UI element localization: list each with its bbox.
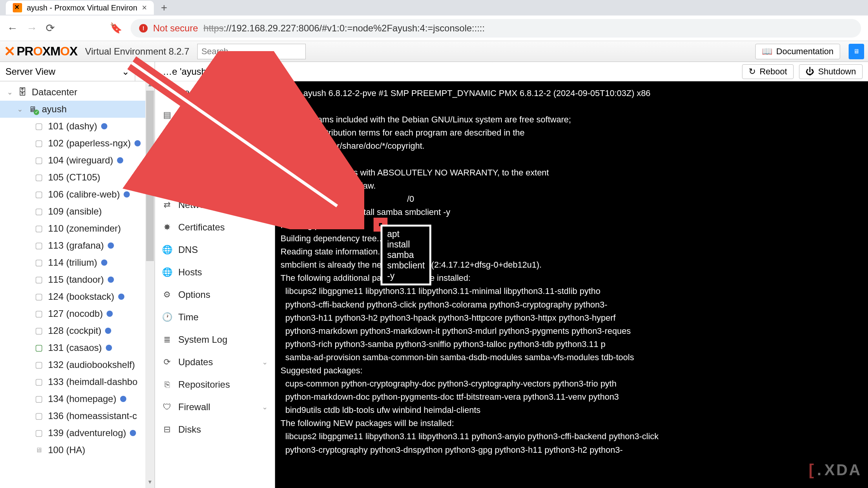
tree-item[interactable]: 128 (cockpit)	[0, 322, 155, 339]
documentation-button[interactable]: 📖 Documentation	[755, 44, 840, 59]
node-toolbar: ↻ Reboot ⏻ Shutdown	[275, 62, 868, 81]
menu-item-summary[interactable]: ▤ Summary	[155, 104, 275, 126]
menu-item-disks[interactable]: ⊟ Disks	[155, 418, 275, 441]
tree-item[interactable]: 110 (zoneminder)	[0, 220, 155, 237]
book-icon: 📖	[762, 46, 772, 57]
highlighted-command: apt install samba smbclient -y	[387, 229, 425, 281]
content-panel: ↻ Reboot ⏻ Shutdown Linux ayush 6.8.12-2…	[275, 62, 868, 488]
tree-label: 110 (zoneminder)	[48, 223, 121, 234]
collapse-icon[interactable]: ⌄	[17, 105, 23, 113]
menu-icon: 🌐	[162, 245, 172, 255]
tab-close-icon[interactable]: ×	[142, 3, 147, 13]
tree-scrollbar[interactable]: ▲ ▼	[145, 81, 155, 488]
scroll-up-icon[interactable]: ▲	[145, 81, 155, 91]
tree-item[interactable]: 139 (adventurelog)	[0, 424, 155, 442]
menu-item-hosts[interactable]: 🌐 Hosts	[155, 261, 275, 284]
menu-item-system[interactable]: ⚙ System ⌄	[155, 171, 275, 194]
menu-item-dns[interactable]: 🌐 DNS	[155, 239, 275, 261]
view-selector[interactable]: Server View ⌄	[0, 62, 135, 81]
node-menu-panel: …e 'ayush' 🔍 Search ▤ Summary ▭ Notes >_…	[155, 62, 275, 488]
logo-mark-icon: ✕	[4, 43, 15, 60]
tree-item[interactable]: 101 (dashy)	[0, 118, 155, 135]
tree-item[interactable]: 134 (homepage)	[0, 390, 155, 407]
status-dot-icon	[105, 328, 111, 334]
tree-item[interactable]: 132 (audiobookshelf)	[0, 356, 155, 373]
browser-tab[interactable]: ayush - Proxmox Virtual Environ ×	[6, 1, 154, 15]
menu-item-notes[interactable]: ▭ Notes	[155, 126, 275, 149]
menu-item-repositories[interactable]: ⎘ Repositories	[155, 373, 275, 396]
reboot-button[interactable]: ↻ Reboot	[742, 64, 794, 79]
back-button[interactable]: ←	[7, 22, 18, 34]
monitor-icon: 🖥	[853, 48, 859, 55]
tree-datacenter[interactable]: ⌄ Datacenter	[0, 84, 155, 101]
tree-label: 100 (HA)	[48, 445, 85, 455]
tree-item[interactable]: 109 (ansible)	[0, 203, 155, 220]
url-scheme: https	[203, 23, 224, 33]
url-bar[interactable]: ! Not secure https://192.168.29.227:8006…	[131, 19, 861, 38]
tree-label: 131 (casaos)	[48, 342, 102, 353]
tree-label: 115 (tandoor)	[48, 274, 104, 285]
search-input[interactable]	[197, 44, 306, 59]
shell-terminal[interactable]: Linux ayush 6.8.12-2-pve #1 SMP PREEMPT_…	[275, 81, 868, 488]
status-dot-icon	[106, 345, 112, 351]
tree-item[interactable]: 136 (homeassistant-c	[0, 407, 155, 424]
breadcrumb: …e 'ayush'	[155, 62, 275, 81]
new-tab-button[interactable]: +	[161, 2, 167, 14]
shutdown-label: Shutdown	[818, 67, 856, 77]
container-icon	[33, 309, 44, 319]
menu-item-time[interactable]: 🕐 Time	[155, 306, 275, 328]
create-vm-button[interactable]: 🖥	[849, 44, 864, 59]
menu-item-network[interactable]: ⇄ Network	[155, 194, 275, 216]
documentation-label: Documentation	[776, 46, 834, 57]
tree-item[interactable]: 115 (tandoor)	[0, 271, 155, 288]
shutdown-button[interactable]: ⏻ Shutdown	[799, 64, 863, 79]
container-icon	[33, 138, 44, 148]
tree-label: 124 (bookstack)	[48, 291, 114, 302]
menu-item-search[interactable]: 🔍 Search	[155, 81, 275, 104]
menu-icon: 🌐	[162, 267, 172, 277]
menu-item-shell[interactable]: >_ Shell	[155, 149, 275, 171]
tree-item[interactable]: 102 (paperless-ngx)	[0, 135, 155, 152]
gear-icon: ⚙	[141, 65, 150, 77]
menu-icon: ⊟	[162, 424, 172, 435]
tree-item[interactable]: 105 (CT105)	[0, 169, 155, 186]
scroll-down-icon[interactable]: ▼	[145, 479, 155, 488]
menu-item-options[interactable]: ⚙ Options	[155, 284, 275, 306]
menu-icon: ⎘	[162, 380, 172, 390]
tree-item[interactable]: 104 (wireguard)	[0, 152, 155, 169]
collapse-icon[interactable]: ⌄	[7, 88, 13, 96]
not-secure-icon: !	[139, 24, 148, 33]
reboot-icon: ↻	[749, 67, 756, 77]
tree-item[interactable]: 133 (heimdall-dashbo	[0, 373, 155, 390]
tree-item[interactable]: 127 (nocodb)	[0, 305, 155, 322]
forward-button[interactable]: →	[26, 22, 37, 34]
status-dot-icon	[108, 277, 114, 283]
tree-label: Datacenter	[32, 87, 77, 98]
menu-item-updates[interactable]: ⟳ Updates ⌄	[155, 351, 275, 373]
tree-item[interactable]: 100 (HA)	[0, 442, 155, 459]
tree-node-ayush[interactable]: ⌄ ayush	[0, 101, 155, 118]
tree-item[interactable]: 124 (bookstack)	[0, 288, 155, 305]
tree-item[interactable]: 114 (trilium)	[0, 254, 155, 271]
pve-version: Virtual Environment 8.2.7	[85, 46, 189, 57]
menu-item-firewall[interactable]: 🛡 Firewall ⌄	[155, 396, 275, 418]
tree-item[interactable]: 113 (grafana)	[0, 237, 155, 254]
reload-button[interactable]: ⟳	[46, 22, 55, 34]
tree-item[interactable]: 106 (calibre-web)	[0, 186, 155, 203]
menu-label: Updates	[178, 357, 213, 368]
container-icon	[33, 172, 44, 182]
container-icon	[33, 411, 44, 421]
menu-label: Time	[178, 312, 198, 323]
scroll-thumb[interactable]	[146, 91, 154, 261]
status-dot-icon	[118, 294, 124, 300]
container-icon	[33, 343, 44, 353]
tree-item[interactable]: 131 (casaos)	[0, 339, 155, 356]
bookmark-icon[interactable]: 🔖	[110, 22, 122, 34]
menu-icon: 🕐	[162, 312, 172, 322]
tree-settings-button[interactable]: ⚙	[135, 65, 155, 77]
container-icon	[33, 275, 44, 285]
menu-item-certificates[interactable]: ✸ Certificates	[155, 216, 275, 239]
status-dot-icon	[130, 430, 136, 436]
proxmox-logo[interactable]: ✕ PROXMOX	[4, 43, 78, 60]
menu-item-system-log[interactable]: ≣ System Log	[155, 328, 275, 351]
